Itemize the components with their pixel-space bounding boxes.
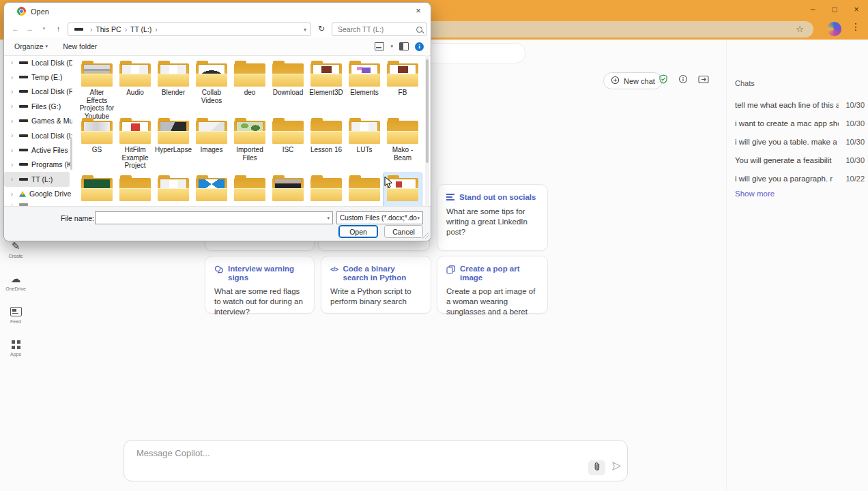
tree-item[interactable]: › Local Disk (I:) — [4, 128, 72, 143]
folder-item[interactable]: After Effects Projects for Youtube — [78, 59, 116, 120]
minimize-button[interactable]: – — [804, 3, 822, 16]
organize-button[interactable]: Organize — [14, 42, 44, 50]
suggestion-card-code[interactable]: </>Code a binary search in Python Write … — [321, 256, 431, 314]
browser-profile-avatar[interactable] — [827, 22, 841, 36]
dialog-titlebar[interactable]: Open — [4, 3, 431, 20]
up-icon[interactable]: ↑ — [51, 25, 66, 33]
folder-item[interactable] — [307, 173, 345, 207]
open-button[interactable]: Open — [338, 225, 378, 238]
preview-pane-icon[interactable] — [399, 42, 409, 50]
folder-item[interactable]: Blender — [154, 59, 192, 120]
chat-history-item[interactable]: i want to create a mac app sho... 10/30 — [735, 114, 865, 132]
folder-item[interactable]: FB — [384, 59, 422, 120]
chevron-down-icon[interactable]: ▾ — [304, 27, 306, 33]
folder-item[interactable]: Mako - Beam — [384, 116, 422, 170]
folder-item[interactable] — [154, 173, 192, 207]
tree-scrollbar[interactable] — [70, 137, 72, 170]
chat-history-item[interactable]: i will give you a table. make a e... 10/… — [735, 132, 865, 151]
file-name-input[interactable] — [96, 213, 327, 223]
folder-item[interactable]: HyperLapse — [154, 116, 192, 170]
folder-item[interactable]: HitFilm Example Project — [116, 116, 154, 170]
chat-history-item[interactable]: i will give you a paragraph. r 10/22 — [735, 169, 865, 188]
folder-item[interactable] — [116, 173, 154, 207]
chevron-right-icon[interactable]: › — [11, 147, 17, 154]
show-more-link[interactable]: Show more — [735, 190, 775, 198]
folder-item[interactable]: Element3D — [307, 59, 345, 120]
left-nav-item[interactable]: Apps — [0, 339, 31, 357]
chat-history-item[interactable]: You will generate a feasibilit 10/30 — [735, 151, 865, 169]
chevron-right-icon[interactable]: › — [11, 88, 17, 95]
folder-item[interactable] — [78, 173, 116, 207]
new-chat-button[interactable]: New chat — [603, 72, 663, 89]
tree-item[interactable]: › Active Files (J:) — [4, 143, 72, 157]
folder-item[interactable]: Elements — [345, 59, 384, 120]
bookmark-star-icon[interactable]: ☆ — [796, 24, 804, 34]
chevron-right-icon[interactable]: › — [11, 175, 17, 183]
folder-item[interactable] — [269, 173, 307, 207]
message-input[interactable] — [135, 447, 547, 459]
folder-item[interactable]: Download — [269, 59, 307, 120]
folder-item[interactable]: ISC — [269, 116, 307, 170]
folder-item[interactable]: Audio — [116, 59, 154, 120]
suggestion-card-interview[interactable]: Interview warning signs What are some re… — [205, 256, 315, 314]
folder-item[interactable]: Images — [192, 116, 231, 170]
panel-toggle-icon[interactable] — [698, 74, 709, 87]
folder-item[interactable]: LUTs — [345, 116, 384, 170]
file-grid-scrollbar[interactable] — [425, 55, 429, 207]
search-input[interactable] — [336, 25, 416, 34]
chat-history-item[interactable]: tell me what each line of this a... 10/3… — [735, 95, 865, 114]
shield-check-icon[interactable] — [659, 74, 668, 87]
recent-locations-icon[interactable]: ▾ — [37, 26, 51, 31]
tree-item[interactable]: › Local Disk (F:) — [4, 85, 72, 99]
resize-grip[interactable] — [422, 232, 429, 239]
chevron-down-icon[interactable]: ▾ — [327, 215, 332, 221]
tree-item[interactable]: › Files (G:) — [4, 99, 72, 113]
send-button[interactable] — [611, 461, 622, 474]
search-box[interactable] — [332, 23, 427, 36]
left-nav-item[interactable]: ✎ Create — [0, 241, 31, 258]
folder-item[interactable] — [345, 173, 384, 207]
details-info-icon[interactable]: i — [415, 42, 424, 51]
chevron-right-icon[interactable]: › — [11, 117, 17, 125]
close-button[interactable]: × — [848, 3, 865, 16]
folder-item[interactable]: Collab Videos — [192, 59, 231, 120]
chevron-down-icon[interactable]: ▾ — [390, 44, 393, 49]
suggestion-card-socials[interactable]: Stand out on socials What are some tips … — [437, 184, 548, 251]
left-nav-item[interactable]: Feed — [0, 306, 31, 324]
folder-item[interactable]: GS — [78, 116, 116, 170]
attach-button[interactable] — [588, 460, 605, 475]
forward-icon[interactable]: → — [23, 25, 37, 33]
browser-menu-icon[interactable]: ⋮ — [850, 21, 861, 32]
breadcrumb-drive[interactable]: TT (L:) — [130, 25, 151, 33]
scrollbar-thumb[interactable] — [426, 59, 429, 163]
chevron-right-icon[interactable]: › — [11, 74, 17, 81]
folder-item[interactable] — [231, 173, 269, 207]
breadcrumb[interactable]: › This PC › TT (L:) › ▾ — [68, 23, 311, 36]
tree-item[interactable]: › Games & Mult — [4, 114, 72, 128]
maximize-button[interactable]: □ — [826, 3, 843, 16]
folder-item[interactable] — [192, 173, 231, 207]
suggestion-card-popart[interactable]: Create a pop art image Create a pop art … — [437, 256, 548, 314]
file-name-combobox[interactable]: ▾ — [95, 211, 333, 224]
chevron-right-icon[interactable]: › — [11, 161, 17, 168]
info-icon[interactable] — [678, 74, 688, 87]
tree-item[interactable]: › Temp (E:) — [4, 70, 72, 84]
cancel-button[interactable]: Cancel — [384, 225, 423, 238]
view-mode-icon[interactable] — [375, 42, 384, 50]
back-icon[interactable]: ← — [8, 25, 23, 33]
left-nav-item[interactable]: ☁ OneDrive — [0, 273, 31, 291]
tree-item[interactable]: › Programs (K:) — [4, 158, 72, 172]
folder-item[interactable]: Lesson 16 — [307, 116, 345, 170]
tree-item[interactable]: › Google Drive ( — [4, 187, 72, 201]
folder-item[interactable]: deo — [231, 59, 269, 120]
dialog-close-button[interactable]: × — [411, 5, 425, 17]
file-type-dropdown[interactable]: Custom Files (*.docx;*.doc;*.pd ▾ — [336, 211, 423, 224]
tree-item[interactable]: › TT (L:) — [4, 172, 70, 186]
breadcrumb-this-pc[interactable]: This PC — [96, 25, 121, 33]
chevron-right-icon[interactable]: › — [11, 132, 17, 139]
new-folder-button[interactable]: New folder — [63, 42, 97, 50]
chevron-right-icon[interactable]: › — [11, 102, 17, 110]
folder-item[interactable]: Imported Files — [231, 116, 269, 170]
message-composer[interactable] — [124, 440, 628, 481]
chevron-right-icon[interactable]: › — [11, 59, 17, 66]
